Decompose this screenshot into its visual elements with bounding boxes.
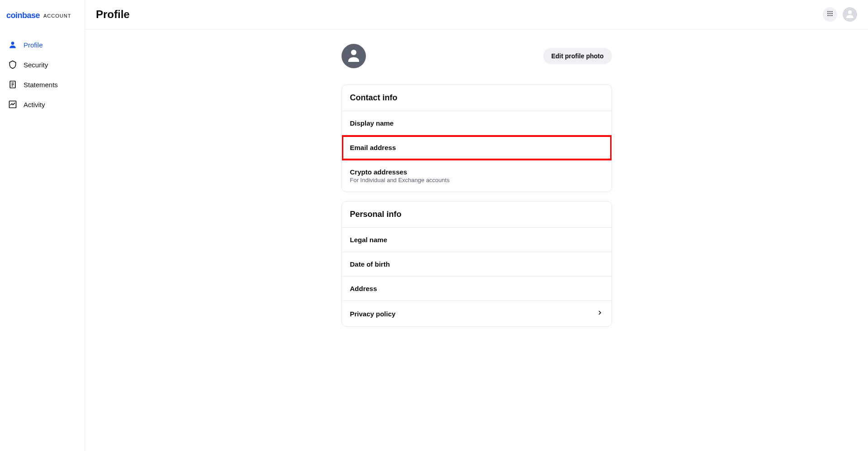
svg-point-10: [830, 13, 830, 14]
crypto-addresses-subtitle: For Individual and Exchange accounts: [350, 177, 450, 183]
legal-name-label: Legal name: [350, 236, 388, 244]
sidebar-item-label: Statements: [24, 81, 58, 89]
svg-point-7: [830, 11, 830, 12]
header: Profile: [85, 0, 868, 29]
document-icon: [8, 80, 17, 89]
sidebar-item-profile[interactable]: Profile: [2, 35, 83, 55]
app-root: coinbase ACCOUNT Profile Security Stat: [0, 0, 868, 451]
dob-row[interactable]: Date of birth: [342, 252, 612, 277]
crypto-addresses-label: Crypto addresses: [350, 168, 450, 176]
address-label: Address: [350, 285, 377, 292]
logo[interactable]: coinbase ACCOUNT: [0, 7, 85, 31]
person-icon: [8, 40, 17, 49]
svg-point-6: [827, 11, 828, 12]
avatar-icon: [844, 8, 855, 21]
email-address-label: Email address: [350, 144, 396, 151]
svg-point-0: [11, 42, 14, 45]
user-icon: [346, 47, 362, 65]
header-avatar-button[interactable]: [843, 7, 857, 22]
svg-point-9: [827, 13, 828, 14]
svg-point-11: [831, 13, 832, 14]
content-inner: Edit profile photo Contact info Display …: [342, 44, 612, 437]
sidebar-nav: Profile Security Statements Activity: [0, 31, 85, 118]
svg-point-13: [830, 15, 830, 16]
address-row[interactable]: Address: [342, 277, 612, 301]
personal-info-card: Personal info Legal name Date of birth: [342, 201, 612, 327]
sidebar-item-security[interactable]: Security: [2, 55, 83, 75]
dob-label: Date of birth: [350, 260, 390, 268]
svg-point-15: [848, 10, 852, 14]
sidebar-item-activity[interactable]: Activity: [2, 94, 83, 114]
logo-suffix-text: ACCOUNT: [43, 13, 71, 19]
privacy-policy-label: Privacy policy: [350, 310, 396, 318]
edit-profile-photo-button[interactable]: Edit profile photo: [543, 48, 612, 64]
display-name-label: Display name: [350, 119, 394, 127]
logo-brand-text: coinbase: [6, 11, 40, 20]
page-title: Profile: [96, 8, 130, 21]
legal-name-row[interactable]: Legal name: [342, 228, 612, 252]
personal-info-title: Personal info: [342, 202, 612, 228]
display-name-row[interactable]: Display name: [342, 111, 612, 136]
svg-point-16: [351, 50, 356, 55]
chevron-right-icon: [596, 309, 603, 318]
sidebar-item-statements[interactable]: Statements: [2, 75, 83, 94]
svg-point-12: [827, 15, 828, 16]
sidebar-item-label: Profile: [24, 41, 43, 49]
apps-grid-button[interactable]: [823, 7, 837, 22]
privacy-policy-row[interactable]: Privacy policy: [342, 301, 612, 326]
profile-photo-row: Edit profile photo: [342, 44, 612, 68]
contact-info-title: Contact info: [342, 85, 612, 111]
email-address-row[interactable]: Email address: [342, 136, 612, 160]
main: Profile: [85, 0, 868, 451]
activity-icon: [8, 100, 17, 109]
sidebar-item-label: Security: [24, 61, 48, 69]
sidebar-item-label: Activity: [24, 101, 45, 108]
svg-point-8: [831, 11, 832, 12]
shield-icon: [8, 60, 17, 69]
contact-info-card: Contact info Display name Email address: [342, 85, 612, 192]
svg-point-14: [831, 15, 832, 16]
profile-avatar: [342, 44, 366, 68]
content: Edit profile photo Contact info Display …: [85, 29, 868, 451]
grid-icon: [827, 10, 833, 19]
header-actions: [823, 7, 857, 22]
sidebar: coinbase ACCOUNT Profile Security Stat: [0, 0, 85, 451]
crypto-addresses-row[interactable]: Crypto addresses For Individual and Exch…: [342, 160, 612, 192]
